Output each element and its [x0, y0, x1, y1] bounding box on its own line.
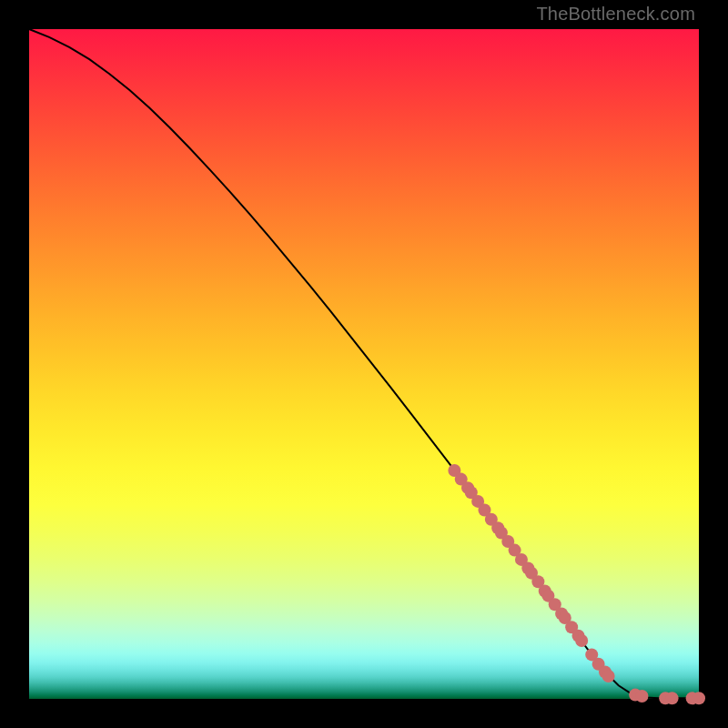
data-point: [693, 692, 705, 704]
bottleneck-curve: [29, 29, 699, 698]
data-point: [602, 670, 615, 682]
data-point: [635, 690, 648, 703]
watermark-text: TheBottleneck.com: [536, 4, 695, 25]
data-point: [575, 634, 588, 647]
data-points-group: [448, 464, 705, 704]
data-point: [666, 692, 679, 704]
chart-frame: TheBottleneck.com: [0, 0, 728, 728]
chart-svg: [29, 29, 699, 699]
plot-area: [29, 29, 699, 699]
